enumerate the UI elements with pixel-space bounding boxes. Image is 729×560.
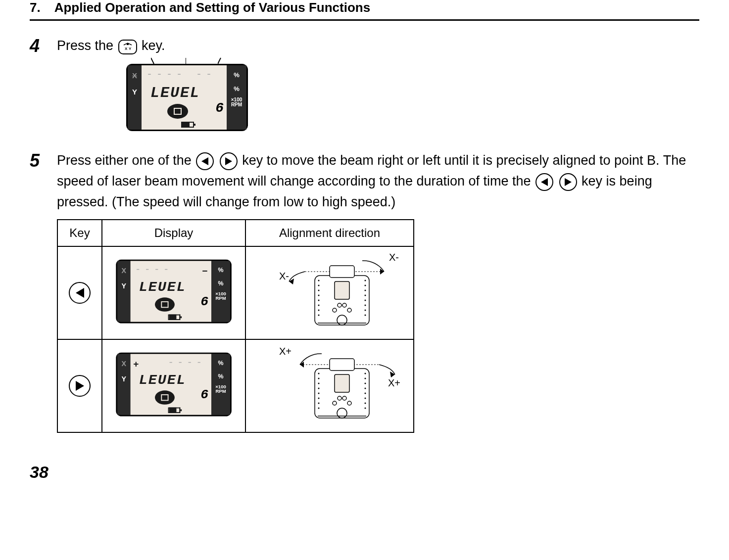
lcd-dashes: ---- (168, 356, 206, 370)
lcd-percent-1: % (234, 70, 240, 80)
step-4-text-after: key. (142, 38, 165, 53)
svg-point-25 (318, 315, 320, 316)
step-4: 4 Press the X Y key. (30, 36, 699, 136)
svg-point-27 (365, 285, 366, 286)
xy-key-icon: X Y (118, 37, 137, 57)
section-number: 7. (30, 0, 41, 15)
lcd-percent-2: % (218, 372, 224, 381)
step-4-lcd-figure: X Y ---- -- LEUEL 6 % % (126, 64, 699, 136)
lcd-percent-1: % (218, 359, 224, 368)
row1-alignment-cell: X- X- (245, 246, 414, 339)
lcd-level-text: LEUEL (139, 370, 186, 391)
row2-key-cell (57, 339, 102, 432)
header-alignment: Alignment direction (245, 220, 414, 246)
lcd-center-icon (155, 390, 175, 405)
svg-point-19 (318, 285, 320, 286)
header-display: Display (102, 220, 245, 246)
lcd-rpm: RPM (231, 102, 242, 107)
lcd-plus-sign: + (133, 357, 139, 371)
left-arrow-key-icon (196, 151, 214, 171)
lcd-battery-icon (181, 122, 194, 128)
svg-point-57 (365, 388, 366, 389)
lcd-percent-2: % (234, 84, 240, 94)
section-header: 7. Applied Operation and Setting of Vari… (30, 0, 699, 19)
svg-point-30 (365, 300, 366, 301)
svg-point-40 (338, 396, 341, 400)
table-header-row: Key Display Alignment direction (57, 220, 414, 246)
lcd-center-icon (167, 104, 188, 119)
lcd-right-labels: % % ×100 RPM (211, 354, 230, 415)
right-arrow-key-icon (220, 151, 238, 171)
svg-point-43 (347, 401, 351, 405)
svg-point-29 (365, 295, 366, 296)
svg-text:X: X (125, 47, 128, 51)
svg-rect-39 (335, 374, 349, 392)
step-5-text-a: Press either one of the (57, 153, 195, 168)
svg-point-48 (318, 383, 320, 384)
svg-point-26 (365, 280, 366, 281)
row2-display-cell: X Y + ---- LEUEL 6 (102, 339, 245, 432)
lcd-battery-icon (168, 314, 181, 320)
lcd-battery-icon (168, 407, 181, 413)
svg-point-58 (365, 393, 366, 394)
lcd-left-labels: X Y (128, 65, 142, 130)
svg-point-49 (318, 388, 320, 389)
xminus-label-top: X- (389, 252, 399, 263)
lcd-right-labels: % % ×100 RPM (227, 65, 246, 130)
lcd-level-text: LEUEL (150, 82, 200, 104)
svg-point-12 (338, 303, 341, 307)
svg-text:Y: Y (129, 47, 132, 51)
lcd-left-labels: X Y (117, 354, 131, 415)
lcd-y-label: Y (122, 281, 127, 291)
row1-display-cell: X Y ---- − LEUEL 6 (102, 246, 245, 339)
header-key: Key (57, 220, 102, 246)
svg-point-22 (318, 300, 320, 301)
step-4-number: 4 (30, 36, 57, 136)
svg-point-28 (365, 290, 366, 291)
lcd-percent-2: % (218, 279, 224, 288)
svg-point-51 (318, 398, 320, 399)
xplus-label-side: X+ (388, 377, 400, 388)
row2-alignment-cell: X+ X+ (245, 339, 414, 432)
svg-rect-10 (330, 266, 354, 278)
svg-point-54 (365, 373, 366, 374)
svg-point-47 (318, 378, 320, 379)
svg-point-24 (318, 310, 320, 311)
svg-point-33 (365, 315, 366, 316)
svg-rect-38 (330, 359, 354, 371)
header-divider (30, 19, 699, 21)
lcd-dashes: ---- -- (146, 67, 216, 82)
lcd-rpm: RPM (215, 388, 226, 393)
svg-point-53 (318, 408, 320, 409)
svg-marker-36 (390, 372, 395, 377)
lcd-y-label: Y (122, 374, 127, 384)
section-title: Applied Operation and Setting of Various… (54, 0, 370, 15)
device-diagram-xplus: X+ X+ (255, 344, 404, 428)
lcd-center-icon (155, 297, 175, 312)
lcd-right-labels: % % ×100 RPM (211, 261, 230, 322)
svg-point-52 (318, 403, 320, 404)
lcd-six: 6 (200, 292, 208, 312)
lcd-six: 6 (215, 98, 224, 119)
svg-point-59 (365, 398, 366, 399)
svg-point-41 (342, 396, 346, 400)
svg-point-18 (318, 280, 320, 281)
svg-point-13 (342, 303, 346, 307)
table-row: X Y + ---- LEUEL 6 (57, 339, 414, 432)
svg-point-61 (365, 408, 366, 409)
lcd-x-label: X (122, 359, 127, 369)
svg-marker-8 (289, 279, 294, 284)
lcd-rpm: RPM (215, 295, 226, 300)
svg-rect-0 (127, 44, 129, 45)
svg-point-56 (365, 383, 366, 384)
lcd-six: 6 (200, 385, 208, 405)
lcd-y-label: Y (132, 87, 137, 98)
right-arrow-key-icon-row (69, 375, 91, 397)
svg-point-21 (318, 295, 320, 296)
lcd-left-labels: X Y (117, 261, 131, 322)
alignment-table: Key Display Alignment direction (57, 219, 414, 433)
step-4-text-before: Press the (57, 38, 117, 53)
xminus-label-side: X- (279, 271, 289, 281)
right-arrow-key-icon-2 (559, 172, 577, 192)
svg-point-15 (347, 308, 351, 312)
